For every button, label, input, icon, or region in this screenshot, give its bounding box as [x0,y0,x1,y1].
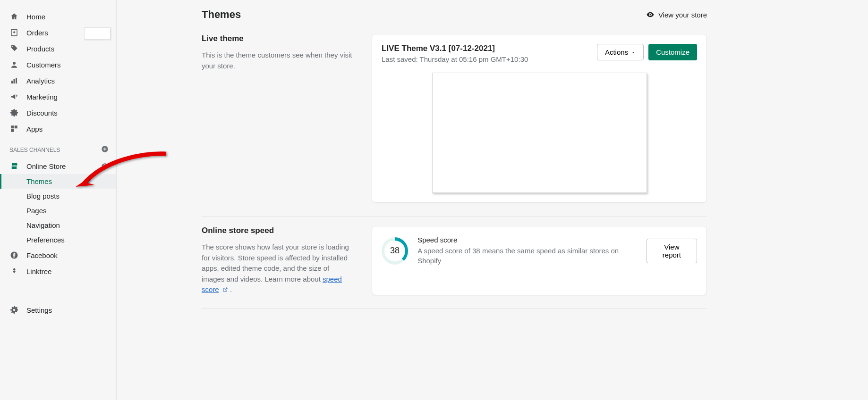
nav-label: Analytics [26,77,55,85]
view-report-label: View report [655,243,689,259]
add-channel-icon[interactable] [101,145,109,154]
svg-rect-4 [16,78,17,83]
sales-channels-heading: SALES CHANNELS [0,137,116,158]
period: . [230,285,232,293]
nav-customers[interactable]: Customers [0,57,116,73]
nav-label: Products [26,45,54,53]
theme-name: LIVE Theme V3.1 [07-12-2021] [382,44,528,53]
section-divider [202,308,707,309]
nav-products[interactable]: Products [0,41,116,57]
speed-description: Online store speed The score shows how f… [202,226,353,295]
eye-icon [646,10,655,19]
nav-label: Linktree [26,267,51,275]
nav-label: Settings [26,306,52,314]
person-icon [9,60,19,69]
online-store-submenu: Themes Blog posts Pages Navigation Prefe… [0,174,116,247]
view-store-label: View your store [658,11,707,19]
sub-label: Navigation [26,221,60,229]
svg-rect-8 [11,129,14,132]
orders-badge-placeholder [84,27,111,40]
page-title: Themes [202,8,241,21]
apps-icon [9,124,19,133]
sub-label: Pages [26,207,47,215]
nav-label: Marketing [26,93,58,101]
sub-label: Preferences [26,236,65,244]
actions-label: Actions [605,48,628,56]
view-your-store-link[interactable]: View your store [646,10,707,19]
nav-facebook[interactable]: Facebook [0,247,116,263]
speed-card: 38 Speed score A speed score of 38 means… [372,226,707,295]
external-link-icon [222,285,228,296]
speed-gauge: 38 [382,237,408,265]
nav-analytics[interactable]: Analytics [0,73,116,89]
home-icon [9,12,19,21]
nav-label: Customers [26,61,61,69]
sub-navigation[interactable]: Navigation [0,218,116,233]
nav-label: Home [26,13,45,21]
analytics-icon [9,76,19,85]
live-theme-desc: This is the theme customers see when the… [202,50,353,71]
nav-home[interactable]: Home [0,8,116,25]
svg-rect-7 [15,125,17,128]
nav-label: Orders [26,29,48,37]
sub-blog-posts[interactable]: Blog posts [0,189,116,203]
section-divider [202,216,707,217]
speed-score-value: 38 [384,241,405,261]
facebook-icon [9,250,19,260]
caret-down-icon [631,50,636,55]
sub-themes[interactable]: Themes [0,174,116,189]
gear-icon [9,305,19,315]
nav-online-store[interactable]: Online Store [0,158,116,174]
sub-pages[interactable]: Pages [0,203,116,218]
orders-icon [9,28,19,37]
customize-button[interactable]: Customize [648,44,697,60]
live-theme-card: LIVE Theme V3.1 [07-12-2021] Last saved:… [372,34,707,203]
theme-preview-thumbnail[interactable] [432,73,647,193]
live-theme-heading: Live theme [202,34,353,43]
discount-icon [9,108,19,117]
sub-label: Blog posts [26,192,60,200]
svg-rect-3 [14,79,15,83]
view-report-button[interactable]: View report [647,239,697,263]
sub-preferences[interactable]: Preferences [0,233,116,247]
last-saved: Last saved: Thursday at 05:16 pm GMT+10:… [382,55,528,63]
section-heading-label: SALES CHANNELS [9,147,60,153]
sub-label: Themes [26,177,52,185]
nav-marketing[interactable]: Marketing [0,89,116,105]
nav-settings[interactable]: Settings [0,302,116,318]
svg-rect-6 [11,125,14,128]
tag-icon [9,44,19,53]
speed-score-desc: A speed score of 38 means the same speed… [417,246,637,266]
store-icon [9,161,19,171]
view-store-eye-icon[interactable] [101,162,109,171]
linktree-icon [9,267,19,276]
sidebar: Home Orders Products Customers Analytics… [0,0,117,400]
nav-linktree[interactable]: Linktree [0,263,116,279]
svg-point-1 [13,62,16,65]
megaphone-icon [9,92,19,101]
speed-score-title: Speed score [417,236,637,244]
customize-label: Customize [656,48,689,56]
nav-label: Apps [26,125,43,133]
nav-discounts[interactable]: Discounts [0,105,116,121]
svg-rect-2 [11,81,13,83]
actions-button[interactable]: Actions [597,44,644,60]
speed-heading: Online store speed [202,226,353,235]
nav-label: Facebook [26,251,58,259]
nav-apps[interactable]: Apps [0,121,116,137]
nav-label: Discounts [26,109,58,117]
nav-label: Online Store [26,162,66,170]
main-content: Themes View your store Live theme This i… [117,0,792,400]
live-theme-description: Live theme This is the theme customers s… [202,34,353,203]
